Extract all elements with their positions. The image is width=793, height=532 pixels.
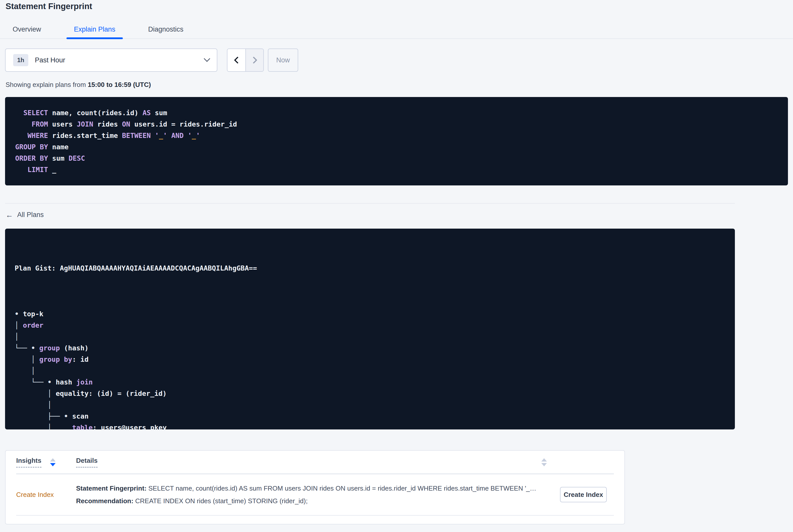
showing-plans-text: Showing explain plans from 15:00 to 16:5… bbox=[5, 81, 793, 89]
recommendation-label: Recommendation: bbox=[76, 497, 133, 505]
all-plans-link[interactable]: ← All Plans bbox=[5, 211, 44, 219]
code-line: ORDER BY sum DESC bbox=[15, 153, 778, 164]
showing-plans-prefix: Showing explain plans from bbox=[5, 81, 88, 89]
sql-statement-panel: SELECT name, count(rides.id) AS sum FROM… bbox=[5, 97, 788, 185]
now-button[interactable]: Now bbox=[268, 49, 298, 72]
code-line: │ bbox=[15, 365, 725, 376]
all-plans-label: All Plans bbox=[17, 211, 44, 219]
sort-desc-icon[interactable] bbox=[50, 458, 56, 466]
insights-table-header: Insights Details bbox=[16, 451, 614, 474]
chevron-down-icon bbox=[204, 56, 210, 62]
plan-gist: Plan Gist: AgHUAQIABQAAAAHYAQIAiAEAAAADC… bbox=[15, 263, 725, 274]
insight-type-cell: Create Index bbox=[16, 491, 76, 499]
create-index-button[interactable]: Create Index bbox=[560, 487, 607, 502]
code-line: └── • group (hash) bbox=[15, 342, 725, 354]
code-line: ├── • scan bbox=[15, 411, 725, 422]
code-line: GROUP BY name bbox=[15, 141, 778, 153]
insights-column-label[interactable]: Insights bbox=[16, 457, 41, 468]
sort-up-triangle bbox=[50, 458, 56, 461]
code-line: └── • hash join bbox=[15, 376, 725, 388]
code-line: LIMIT _ bbox=[15, 164, 778, 175]
time-range-badge: 1h bbox=[13, 54, 28, 66]
details-column-label[interactable]: Details bbox=[76, 457, 97, 468]
tab-diagnostics[interactable]: Diagnostics bbox=[140, 23, 191, 38]
sort-icon[interactable] bbox=[541, 458, 547, 466]
code-line: │ table: users@users_pkey bbox=[15, 422, 725, 430]
code-line: │ bbox=[15, 399, 725, 411]
code-line: │ bbox=[15, 331, 725, 342]
code-line: │ group by: id bbox=[15, 354, 725, 365]
code-line: • top-k bbox=[15, 308, 725, 320]
sort-up-triangle bbox=[541, 458, 547, 461]
statement-fingerprint-label: Statement Fingerprint: bbox=[76, 484, 147, 492]
insights-table-card: Insights Details Create Index Statement … bbox=[5, 450, 625, 525]
chevron-right-icon bbox=[250, 57, 257, 64]
time-step-group bbox=[227, 49, 264, 72]
section-divider bbox=[5, 203, 735, 204]
tab-explain-plans[interactable]: Explain Plans bbox=[67, 23, 123, 38]
time-range-select[interactable]: 1h Past Hour bbox=[5, 49, 217, 72]
previous-interval-button[interactable] bbox=[227, 49, 245, 71]
next-interval-button[interactable] bbox=[245, 49, 263, 71]
recommendation-value: CREATE INDEX ON rides (start_time) STORI… bbox=[133, 497, 308, 505]
arrow-left-icon: ← bbox=[5, 211, 13, 219]
tab-overview[interactable]: Overview bbox=[5, 23, 49, 38]
create-index-link[interactable]: Create Index bbox=[16, 491, 54, 499]
tab-bar: Overview Explain Plans Diagnostics bbox=[0, 23, 793, 39]
time-controls: 1h Past Hour Now bbox=[5, 49, 788, 72]
code-line: WHERE rides.start_time BETWEEN '_' AND '… bbox=[15, 130, 778, 141]
explain-plan-panel: Plan Gist: AgHUAQIABQAAAAHYAQIAiAEAAAADC… bbox=[5, 229, 735, 430]
code-line: SELECT name, count(rides.id) AS sum bbox=[15, 107, 778, 118]
insight-details-cell: Statement Fingerprint: SELECT name, coun… bbox=[76, 482, 536, 507]
statement-fingerprint-line: Statement Fingerprint: SELECT name, coun… bbox=[76, 482, 536, 495]
sort-down-triangle bbox=[50, 463, 56, 466]
time-range-label: Past Hour bbox=[35, 56, 65, 64]
code-line: │ order bbox=[15, 320, 725, 331]
chevron-left-icon bbox=[234, 57, 241, 64]
showing-plans-range: 15:00 to 16:59 (UTC) bbox=[88, 81, 151, 89]
plan-tree: • top-k│ order│└── • group (hash) │ grou… bbox=[15, 308, 725, 430]
statement-fingerprint-value: SELECT name, count(rides.id) AS sum FROM… bbox=[147, 484, 536, 492]
code-line: FROM users JOIN rides ON users.id = ride… bbox=[15, 118, 778, 130]
page-title: Statement Fingerprint bbox=[5, 0, 793, 12]
code-line: │ equality: (id) = (rider_id) bbox=[15, 388, 725, 399]
insights-column-header: Insights bbox=[16, 457, 76, 468]
insight-table-row: Create Index Statement Fingerprint: SELE… bbox=[16, 474, 614, 516]
recommendation-line: Recommendation: CREATE INDEX ON rides (s… bbox=[76, 495, 536, 507]
sort-down-triangle bbox=[541, 463, 547, 466]
